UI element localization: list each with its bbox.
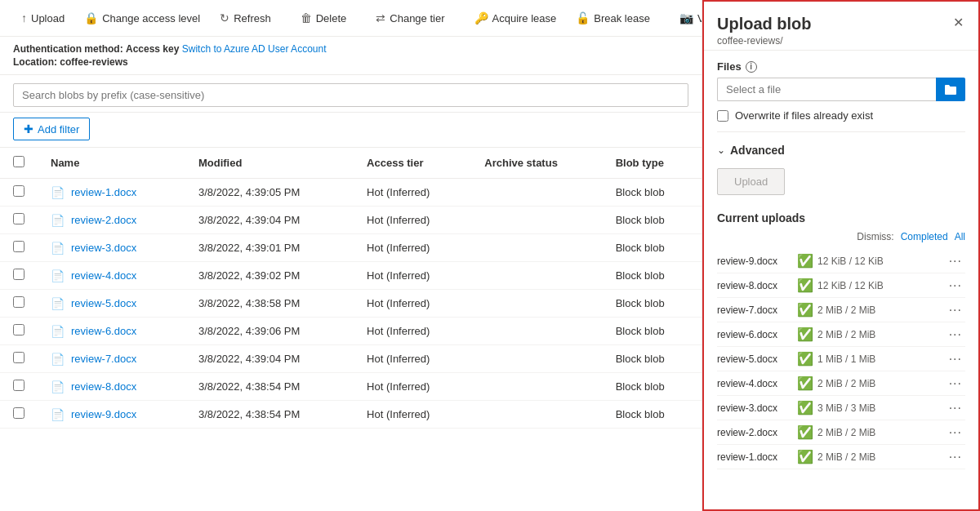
- chevron-down-icon: ⌄: [717, 144, 725, 156]
- row-checkbox-3[interactable]: [13, 269, 24, 280]
- blob-table-container: Name Modified Access tier Archive status…: [0, 148, 702, 511]
- row-blob-type-2: Block blob: [603, 234, 702, 262]
- blob-table: Name Modified Access tier Archive status…: [0, 148, 702, 429]
- search-input[interactable]: [13, 83, 688, 107]
- row-checkbox-5[interactable]: [13, 324, 24, 335]
- row-checkbox-4[interactable]: [13, 296, 24, 308]
- upload-more-menu-5[interactable]: ···: [946, 376, 965, 391]
- upload-more-menu-0[interactable]: ···: [946, 254, 965, 269]
- row-checkbox-7[interactable]: [13, 380, 24, 391]
- file-link-8[interactable]: review-9.docx: [71, 408, 136, 420]
- change-access-level-button[interactable]: 🔒 Change access level: [76, 7, 208, 29]
- col-blob-type: Blob type: [603, 148, 702, 179]
- row-checkbox-cell: [0, 262, 38, 290]
- upload-filename-6: review-3.docx: [717, 402, 791, 414]
- upload-item: review-9.docx ✅ 12 KiB / 12 KiB ···: [717, 249, 965, 273]
- select-all-col: [0, 148, 38, 179]
- row-access-tier-6: Hot (Inferred): [354, 345, 471, 373]
- upload-button[interactable]: ↑ Upload: [13, 7, 73, 29]
- current-uploads-title: Current uploads: [717, 211, 965, 224]
- upload-item: review-8.docx ✅ 12 KiB / 12 KiB ···: [717, 273, 965, 298]
- upload-more-menu-2[interactable]: ···: [946, 303, 965, 318]
- refresh-label: Refresh: [234, 12, 271, 24]
- row-modified-8: 3/8/2022, 4:38:54 PM: [185, 401, 354, 429]
- upload-status-6: ✅ 3 MiB / 3 MiB: [797, 400, 875, 415]
- refresh-button[interactable]: ↻ Refresh: [212, 7, 279, 29]
- table-row: 📄 review-6.docx 3/8/2022, 4:39:06 PM Hot…: [0, 318, 702, 345]
- file-link-2[interactable]: review-3.docx: [71, 242, 136, 254]
- file-link-7[interactable]: review-8.docx: [71, 380, 136, 393]
- upload-filename-3: review-6.docx: [717, 329, 791, 340]
- row-checkbox-8[interactable]: [13, 407, 24, 419]
- file-doc-icon: 📄: [51, 297, 65, 310]
- file-doc-icon: 📄: [51, 380, 65, 393]
- upload-more-menu-4[interactable]: ···: [946, 352, 965, 367]
- file-link-3[interactable]: review-4.docx: [71, 269, 136, 282]
- refresh-icon: ↻: [220, 11, 229, 24]
- row-access-tier-1: Hot (Inferred): [354, 207, 471, 234]
- row-checkbox-cell: [0, 234, 38, 262]
- break-lease-button[interactable]: 🔓 Break lease: [568, 7, 658, 29]
- add-filter-button[interactable]: ✚ Add filter: [13, 118, 90, 140]
- file-link-5[interactable]: review-6.docx: [71, 325, 136, 337]
- files-info-icon[interactable]: i: [746, 61, 757, 73]
- upload-more-menu-8[interactable]: ···: [946, 450, 965, 464]
- check-icon-2: ✅: [797, 302, 813, 318]
- row-checkbox-cell: [0, 401, 38, 429]
- snapshots-icon: 📷: [679, 11, 693, 24]
- row-archive-status-3: [471, 262, 602, 290]
- delete-button[interactable]: 🗑 Delete: [292, 7, 355, 29]
- upload-item: review-7.docx ✅ 2 MiB / 2 MiB ···: [717, 298, 965, 322]
- upload-more-menu-6[interactable]: ···: [946, 401, 965, 415]
- panel-subtitle: coffee-reviews/: [717, 35, 812, 47]
- file-link-6[interactable]: review-7.docx: [71, 353, 136, 365]
- change-tier-label: Change tier: [390, 12, 444, 24]
- row-blob-type-0: Block blob: [603, 179, 702, 207]
- row-checkbox-2[interactable]: [13, 241, 24, 252]
- upload-button-panel[interactable]: Upload: [717, 168, 785, 195]
- row-archive-status-4: [471, 290, 602, 318]
- location-label: Location:: [13, 56, 57, 68]
- acquire-lease-icon: 🔑: [474, 11, 488, 24]
- file-link-0[interactable]: review-1.docx: [71, 186, 136, 198]
- row-modified-5: 3/8/2022, 4:39:06 PM: [185, 318, 354, 345]
- change-tier-button[interactable]: ⇄ Change tier: [368, 7, 452, 29]
- upload-filename-2: review-7.docx: [717, 304, 791, 316]
- upload-filename-7: review-2.docx: [717, 427, 791, 438]
- file-browse-button[interactable]: [936, 78, 965, 101]
- table-row: 📄 review-8.docx 3/8/2022, 4:38:54 PM Hot…: [0, 373, 702, 401]
- dismiss-completed-link[interactable]: Completed: [901, 231, 948, 242]
- upload-more-menu-7[interactable]: ···: [946, 425, 965, 440]
- upload-more-menu-1[interactable]: ···: [946, 278, 965, 293]
- upload-filename-8: review-1.docx: [717, 451, 791, 463]
- view-snapshots-button[interactable]: 📷 View snapshots: [671, 7, 702, 29]
- file-doc-icon: 📄: [51, 408, 65, 421]
- upload-item-left-2: review-7.docx ✅ 2 MiB / 2 MiB: [717, 302, 946, 318]
- panel-body: Files i Overwrite if files already exist: [704, 51, 978, 509]
- file-link-1[interactable]: review-2.docx: [71, 214, 136, 226]
- advanced-section[interactable]: ⌄ Advanced: [717, 139, 965, 162]
- table-row: 📄 review-5.docx 3/8/2022, 4:38:58 PM Hot…: [0, 290, 702, 318]
- row-name-0: 📄 review-1.docx: [38, 179, 185, 207]
- upload-items-list: review-9.docx ✅ 12 KiB / 12 KiB ··· revi…: [717, 249, 965, 469]
- acquire-lease-button[interactable]: 🔑 Acquire lease: [466, 7, 565, 29]
- switch-auth-link[interactable]: Switch to Azure AD User Account: [182, 43, 327, 55]
- dismiss-all-link[interactable]: All: [955, 231, 965, 242]
- check-icon-4: ✅: [797, 351, 813, 367]
- row-checkbox-6[interactable]: [13, 352, 24, 363]
- file-link-4[interactable]: review-5.docx: [71, 297, 136, 309]
- row-name-4: 📄 review-5.docx: [38, 290, 185, 318]
- row-access-tier-2: Hot (Inferred): [354, 234, 471, 262]
- close-panel-button[interactable]: ✕: [951, 15, 965, 31]
- overwrite-checkbox[interactable]: [717, 110, 728, 122]
- row-checkbox-1[interactable]: [13, 213, 24, 224]
- select-all-checkbox[interactable]: [13, 156, 24, 167]
- upload-size-2: 2 MiB / 2 MiB: [817, 304, 875, 316]
- row-blob-type-8: Block blob: [603, 401, 702, 429]
- upload-more-menu-3[interactable]: ···: [946, 327, 965, 342]
- table-row: 📄 review-7.docx 3/8/2022, 4:39:04 PM Hot…: [0, 345, 702, 373]
- row-archive-status-2: [471, 234, 602, 262]
- row-checkbox-0[interactable]: [13, 185, 24, 197]
- file-path-input[interactable]: [717, 78, 936, 101]
- filter-row: ✚ Add filter: [0, 113, 702, 148]
